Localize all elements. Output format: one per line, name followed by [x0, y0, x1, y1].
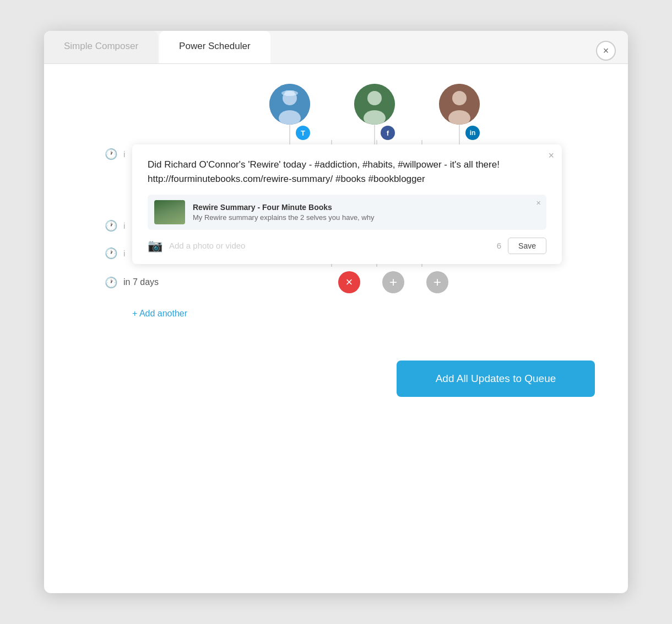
tab-power-scheduler[interactable]: Power Scheduler — [159, 31, 270, 63]
tab-bar: Simple Composer Power Scheduler — [44, 31, 628, 64]
svg-rect-4 — [285, 90, 295, 96]
post-actions: 📷 Add a photo or video 6 Save — [148, 238, 546, 254]
avatar-image-facebook — [354, 84, 395, 125]
tab-simple-composer[interactable]: Simple Composer — [44, 31, 158, 63]
add-another-container: + Add another — [77, 309, 595, 341]
add-another-link[interactable]: + Add another — [105, 309, 187, 319]
delete-update-button[interactable]: × — [338, 271, 360, 293]
link-info: Rewire Summary - Four Minute Books My Re… — [193, 203, 540, 222]
photo-placeholder-text: Add a photo or video — [169, 241, 490, 250]
timeline-section: 🕐 i × Did Richard O'Connor's 'Rewire' to… — [77, 140, 595, 298]
post-card-close-button[interactable]: × — [548, 150, 554, 162]
add-update-button-1[interactable]: + — [382, 271, 404, 293]
modal-body: T f — [44, 64, 628, 419]
cta-row: Add All Updates to Queue — [77, 361, 595, 397]
link-title: Rewire Summary - Four Minute Books — [193, 203, 540, 212]
post-text: Did Richard O'Connor's 'Rewire' today - … — [148, 158, 546, 187]
link-description: My Rewire summary explains the 2 selves … — [193, 213, 540, 222]
avatar-svg-linkedin — [439, 84, 480, 125]
svg-point-9 — [452, 91, 467, 105]
post-card-container: × Did Richard O'Connor's 'Rewire' today … — [77, 144, 595, 264]
add-update-button-2[interactable]: + — [426, 271, 448, 293]
avatar-svg-facebook — [354, 84, 395, 125]
avatar-facebook[interactable]: f — [354, 84, 395, 140]
avatar-svg-twitter — [269, 84, 310, 125]
timeline-row-days: 🕐 in 7 days × + + — [105, 267, 595, 298]
avatar-linkedin[interactable]: in — [439, 84, 480, 140]
link-preview-close-button[interactable]: × — [536, 198, 541, 207]
add-photo-icon[interactable]: 📷 — [148, 239, 162, 253]
link-preview: Rewire Summary - Four Minute Books My Re… — [148, 195, 546, 230]
add-all-updates-button[interactable]: Add All Updates to Queue — [397, 361, 595, 397]
days-label: in 7 days — [123, 277, 159, 287]
social-badge-facebook: f — [381, 126, 395, 140]
clock-icon-days: 🕐 — [105, 276, 118, 289]
save-button[interactable]: Save — [508, 238, 546, 254]
social-badge-twitter: T — [296, 126, 310, 140]
post-card: × Did Richard O'Connor's 'Rewire' today … — [132, 144, 562, 264]
modal: × Simple Composer Power Scheduler — [44, 31, 628, 593]
close-modal-button[interactable]: × — [596, 41, 616, 61]
avatars-area: T f — [77, 84, 595, 140]
avatar-twitter[interactable]: T — [269, 84, 310, 140]
link-thumb-image — [154, 200, 185, 224]
social-badge-linkedin: in — [465, 126, 480, 140]
avatar-image-linkedin — [439, 84, 480, 125]
link-thumbnail — [154, 200, 185, 224]
char-count: 6 — [497, 241, 501, 250]
svg-point-6 — [367, 91, 382, 105]
avatar-image-twitter — [269, 84, 310, 125]
